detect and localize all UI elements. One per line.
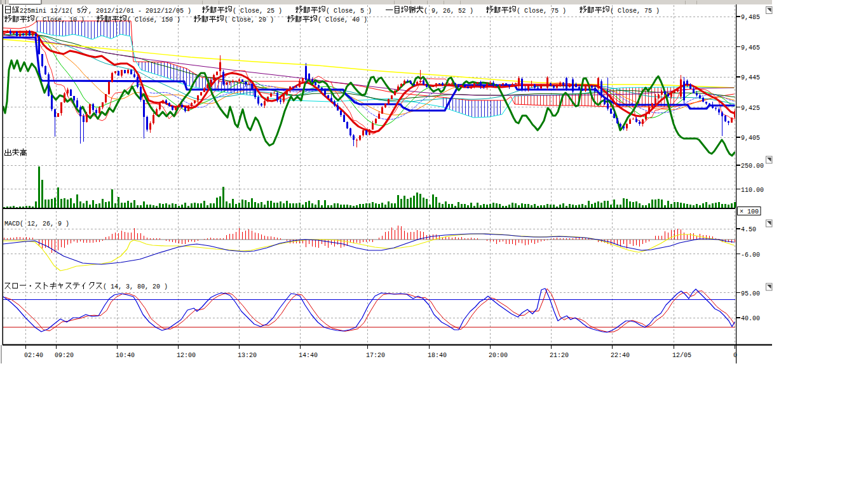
- svg-text:10:40: 10:40: [116, 351, 135, 359]
- svg-text:9,485: 9,485: [741, 13, 760, 21]
- svg-text:22:40: 22:40: [611, 351, 630, 359]
- svg-text:18:40: 18:40: [428, 351, 447, 359]
- svg-text:0: 0: [733, 351, 737, 359]
- svg-text:-6.00: -6.00: [741, 251, 760, 259]
- svg-text:110.00: 110.00: [741, 186, 764, 194]
- svg-text:( Close, 25 ): ( Close, 25 ): [233, 7, 282, 15]
- svg-text:9,405: 9,405: [741, 134, 760, 142]
- svg-text:09:20: 09:20: [55, 351, 74, 359]
- svg-text:02:40: 02:40: [24, 351, 43, 359]
- svg-text:9,465: 9,465: [741, 44, 760, 51]
- svg-text:9,445: 9,445: [741, 74, 760, 81]
- svg-text:13:20: 13:20: [238, 351, 257, 359]
- svg-text:, 2012/12/01 - 2012/12/05 ): , 2012/12/01 - 2012/12/05 ): [88, 7, 191, 15]
- svg-text:250.00: 250.00: [741, 162, 764, 170]
- svg-text:12/05: 12/05: [672, 351, 691, 359]
- svg-text:9,425: 9,425: [741, 104, 760, 112]
- svg-text:12:00: 12:00: [177, 351, 196, 359]
- svg-text:( Close, 10 ): ( Close, 10 ): [35, 16, 85, 24]
- svg-text:× 100: × 100: [740, 208, 759, 215]
- svg-text:95.00: 95.00: [741, 290, 760, 297]
- svg-text:( 14, 3, 80, 20 ): ( 14, 3, 80, 20 ): [103, 283, 168, 290]
- svg-text:( Close, 75 ): ( Close, 75 ): [610, 7, 660, 15]
- svg-text:( Close, 20 ): ( Close, 20 ): [224, 16, 274, 24]
- svg-text:( Close, 75 ): ( Close, 75 ): [517, 7, 566, 15]
- svg-text:225mini 12/12( 5: 225mini 12/12( 5: [20, 7, 81, 15]
- svg-text:14:40: 14:40: [299, 351, 318, 359]
- svg-text:4.50: 4.50: [741, 226, 756, 233]
- svg-text:( Close, 150 ): ( Close, 150 ): [127, 16, 180, 24]
- svg-text:( Close, 5 ): ( Close, 5 ): [326, 7, 372, 15]
- svg-text:( Close, 40 ): ( Close, 40 ): [318, 16, 367, 24]
- svg-text:MACD( 12, 26, 9 ): MACD( 12, 26, 9 ): [4, 220, 69, 227]
- svg-text:21:20: 21:20: [550, 351, 569, 359]
- svg-text:20:00: 20:00: [489, 351, 508, 359]
- svg-text:17:20: 17:20: [366, 351, 385, 359]
- svg-text:40.00: 40.00: [741, 315, 760, 322]
- svg-text:( 9, 26, 52 ): ( 9, 26, 52 ): [424, 7, 473, 15]
